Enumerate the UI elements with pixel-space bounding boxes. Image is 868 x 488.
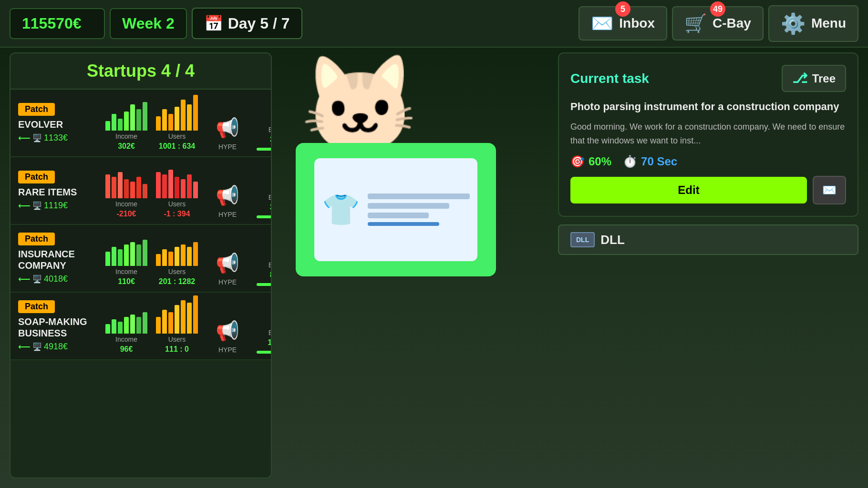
startup-name: EVOLVER [18, 119, 99, 130]
balance-stat: Balance 10930€ [257, 298, 271, 354]
tree-button[interactable]: ⎇ Tree [782, 65, 846, 92]
startup-row: Patch RARE ITEMS ⟵ 🖥️ 1119€ Income -210€… [10, 157, 271, 225]
usb-icon: ⎇ [792, 71, 807, 86]
cbay-button[interactable]: 49 🛒 C-Bay [672, 6, 764, 41]
user-bar [168, 312, 173, 334]
edit-button[interactable]: Edit [570, 177, 807, 203]
cost-icon: 🖥️ [32, 201, 42, 210]
income-bar [124, 179, 129, 198]
cost-icon: 🖥️ [32, 133, 42, 142]
progress-bar [257, 283, 271, 286]
patch-badge: Patch [18, 300, 55, 313]
user-bar [175, 177, 179, 198]
task-title: Photo parsing instrument for a construct… [570, 100, 846, 114]
progress-bar-container [257, 283, 271, 286]
arrow-icon: ⟵ [18, 342, 31, 352]
clock-icon: ⏱️ [623, 155, 637, 168]
user-bar [168, 170, 173, 198]
day-display: 📅 Day 5 / 7 [192, 8, 302, 39]
inbox-button[interactable]: 5 ✉️ Inbox [579, 6, 667, 41]
hype-label: HYPE [218, 278, 237, 286]
income-bars [105, 170, 147, 198]
balance-stat: Balance 8459€ [257, 231, 271, 286]
inner-card: 👕 [314, 158, 477, 261]
card-line-1 [368, 193, 470, 199]
hype-label: HYPE [218, 143, 237, 151]
startup-cost: ⟵ 🖥️ 4018€ [18, 274, 99, 285]
arrow-icon: ⟵ [18, 133, 31, 143]
startups-title: Startups 4 / 4 [87, 61, 195, 81]
hype-label: HYPE [218, 346, 237, 354]
income-bar [118, 249, 123, 266]
week-display: Week 2 [110, 8, 187, 39]
income-bars [105, 305, 147, 334]
income-bar [118, 322, 123, 334]
income-block: Income -210€ [105, 170, 148, 218]
income-bar [105, 121, 110, 131]
cat-illustration: 🐱 [300, 57, 420, 152]
startup-row: Patch EVOLVER ⟵ 🖥️ 1133€ Income 302€ Use… [10, 90, 271, 157]
income-block: Income 96€ [105, 305, 148, 354]
current-task-box: Current task ⎇ Tree Photo parsing instru… [558, 52, 858, 217]
balance-block: 📢 HYPE [206, 184, 249, 218]
balance-block: 📢 HYPE [206, 320, 249, 354]
users-value: 1001 : 634 [159, 142, 196, 151]
income-bars [105, 237, 147, 266]
income-bar [124, 112, 129, 131]
user-bar [181, 300, 186, 334]
right-panel: Current task ⎇ Tree Photo parsing instru… [558, 52, 858, 478]
income-bar [118, 172, 123, 198]
income-bar [105, 324, 110, 334]
income-bars [105, 102, 147, 131]
center-card: 👕 [296, 143, 496, 276]
currency-display: 115570€ [10, 8, 105, 39]
startup-name: SOAP-MAKING BUSINESS [18, 316, 99, 339]
menu-label: Menu [811, 16, 846, 31]
user-bar [162, 109, 167, 131]
calendar-icon: 📅 [204, 14, 223, 32]
patch-badge: Patch [18, 171, 55, 183]
user-bar [156, 172, 161, 198]
dll-label: DLL [600, 233, 625, 247]
users-label: Users [168, 268, 186, 275]
income-bar [124, 317, 129, 334]
user-bar [168, 114, 173, 131]
user-bar [181, 179, 186, 198]
income-bar [143, 312, 147, 334]
progress-value: 60% [589, 155, 611, 168]
time-stat: ⏱️ 70 Sec [623, 155, 677, 168]
users-block: Users 201 : 1282 [155, 237, 198, 286]
patch-badge: Patch [18, 233, 55, 245]
income-bar [136, 244, 141, 266]
income-bar [130, 242, 135, 266]
income-block: Income 302€ [105, 102, 148, 151]
startup-stats: Income 96€ Users 111 : 0 📢 HYPE Balance … [105, 298, 271, 354]
startup-info: Patch INSURANCE COMPANY ⟵ 🖥️ 4018€ [18, 233, 99, 285]
startup-name: INSURANCE COMPANY [18, 248, 99, 271]
progress-bar-container [257, 215, 271, 218]
task-stats: 🎯 60% ⏱️ 70 Sec [570, 155, 846, 168]
arrow-icon: ⟵ [18, 274, 31, 285]
income-value: 96€ [120, 345, 133, 354]
user-bar [175, 247, 179, 266]
balance-label: Balance [269, 329, 271, 336]
users-bars [156, 237, 198, 266]
startup-info: Patch EVOLVER ⟵ 🖥️ 1133€ [18, 103, 99, 143]
top-bar: 115570€ Week 2 📅 Day 5 / 7 5 ✉️ Inbox 49… [0, 0, 868, 48]
user-bar [187, 174, 192, 198]
target-icon: 🎯 [570, 155, 585, 168]
income-bar [143, 240, 147, 266]
startup-cost: ⟵ 🖥️ 1133€ [18, 133, 99, 143]
income-bar [136, 177, 141, 198]
menu-button[interactable]: ⚙️ Menu [768, 5, 858, 42]
mail-button[interactable]: ✉️ [813, 176, 846, 204]
card-content-lines [368, 193, 470, 226]
users-value: -1 : 394 [164, 210, 190, 218]
left-panel: Startups 4 / 4 Patch EVOLVER ⟵ 🖥️ 1133€ … [10, 52, 272, 478]
startups-header: Startups 4 / 4 [10, 53, 271, 90]
user-bar [193, 295, 198, 334]
user-bar [193, 242, 198, 266]
income-bar [112, 177, 116, 198]
users-bars [156, 102, 198, 131]
dll-button[interactable]: DLL DLL [558, 224, 858, 255]
